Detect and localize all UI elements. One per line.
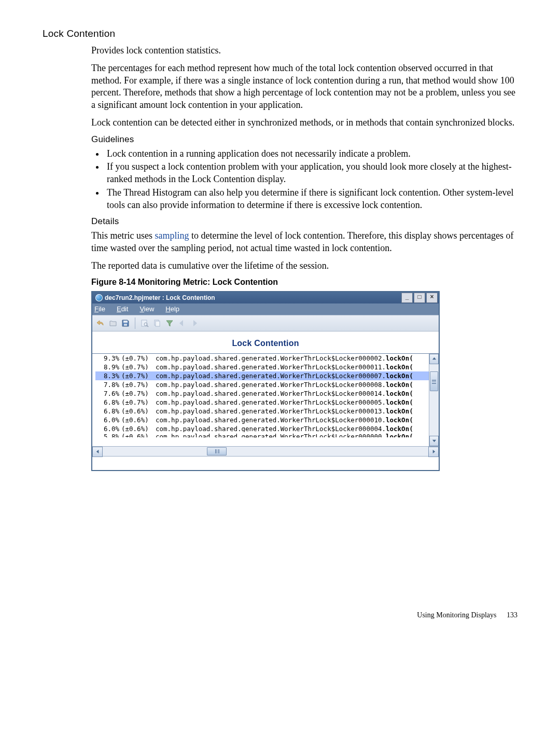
- list-row[interactable]: 6.0%(±0.6%)com.hp.payload.shared.generat…: [95, 416, 429, 424]
- sampling-link[interactable]: sampling: [155, 230, 189, 241]
- scroll-thumb[interactable]: [207, 447, 227, 455]
- row-method: com.hp.payload.shared.generated.WorkerTh…: [156, 389, 413, 398]
- row-tolerance: (±0.7%): [121, 398, 156, 407]
- para-detection: Lock contention can be detected either i…: [91, 117, 517, 129]
- row-percent: 8.3%: [95, 371, 121, 380]
- toolbar-divider: [135, 317, 135, 329]
- row-tolerance: (±0.6%): [121, 407, 156, 416]
- row-percent: 9.3%: [95, 354, 121, 363]
- guidelines-list: Lock contention in a running application…: [91, 148, 517, 212]
- row-percent: 6.0%: [95, 416, 121, 424]
- forward-icon[interactable]: [189, 318, 200, 328]
- window-title: dec7run2.hpjmeter : Lock Contention: [105, 294, 400, 301]
- row-method: com.hp.payload.shared.generated.WorkerTh…: [156, 432, 413, 437]
- row-percent: 6.8%: [95, 398, 121, 407]
- list-row[interactable]: 8.9%(±0.7%)com.hp.payload.shared.generat…: [95, 363, 429, 371]
- list-row[interactable]: 7.8%(±0.7%)com.hp.payload.shared.generat…: [95, 380, 429, 389]
- close-button[interactable]: ×: [426, 293, 438, 303]
- menu-edit[interactable]: Edit: [117, 305, 128, 313]
- scroll-right-button[interactable]: [428, 447, 439, 457]
- row-percent: 8.9%: [95, 363, 121, 371]
- copy-icon[interactable]: [152, 318, 162, 328]
- list-row[interactable]: 7.6%(±0.7%)com.hp.payload.shared.generat…: [95, 389, 429, 398]
- list-row[interactable]: 8.3%(±0.7%)com.hp.payload.shared.generat…: [95, 371, 429, 380]
- details-para-1: This metric uses sampling to determine t…: [91, 230, 517, 255]
- panel-title: Lock Contention: [92, 331, 439, 353]
- scroll-down-button[interactable]: [429, 436, 439, 446]
- menu-help[interactable]: Help: [165, 305, 179, 313]
- guidelines-heading: Guidelines: [91, 134, 517, 145]
- undo-icon[interactable]: [95, 318, 106, 328]
- row-tolerance: (±0.6%): [121, 416, 156, 424]
- back-icon[interactable]: [177, 318, 187, 328]
- list-row[interactable]: 5.8%(±0.6%)com.hp.payload.shared.generat…: [95, 432, 429, 437]
- row-percent: 5.8%: [95, 432, 121, 437]
- svg-rect-6: [156, 321, 160, 326]
- list: 9.3%(±0.7%)com.hp.payload.shared.generat…: [92, 354, 429, 438]
- scroll-thumb[interactable]: [430, 371, 438, 391]
- row-tolerance: (±0.7%): [121, 354, 156, 363]
- svg-line-4: [147, 325, 148, 327]
- row-percent: 7.6%: [95, 389, 121, 398]
- row-method: com.hp.payload.shared.generated.WorkerTh…: [156, 398, 413, 407]
- row-tolerance: (±0.7%): [121, 380, 156, 389]
- row-tolerance: (±0.7%): [121, 363, 156, 371]
- save-icon[interactable]: [120, 318, 131, 328]
- section-heading: Lock Contention: [43, 28, 517, 39]
- row-method: com.hp.payload.shared.generated.WorkerTh…: [156, 354, 413, 363]
- titlebar[interactable]: dec7run2.hpjmeter : Lock Contention _ □ …: [92, 292, 439, 303]
- page-footer: Using Monitoring Displays 133: [43, 611, 517, 619]
- row-tolerance: (±0.7%): [121, 371, 156, 380]
- guideline-item: The Thread Histogram can also help you d…: [105, 187, 517, 212]
- horizontal-scrollbar[interactable]: [92, 446, 439, 456]
- filter-icon[interactable]: [164, 318, 175, 328]
- list-row[interactable]: 6.8%(±0.6%)com.hp.payload.shared.generat…: [95, 407, 429, 416]
- list-viewport: 9.3%(±0.7%)com.hp.payload.shared.generat…: [92, 353, 439, 446]
- menu-view[interactable]: View: [139, 305, 154, 313]
- details-para-2: The reported data is cumulative over the…: [91, 260, 517, 272]
- page-number: 133: [507, 611, 517, 619]
- scroll-track[interactable]: [103, 447, 428, 456]
- vertical-scrollbar[interactable]: [429, 354, 439, 446]
- para-percentages: The percentages for each method represen…: [91, 62, 517, 112]
- app-window: dec7run2.hpjmeter : Lock Contention _ □ …: [91, 291, 440, 471]
- figure-caption: Figure 8-14 Monitoring Metric: Lock Cont…: [91, 278, 517, 287]
- find-icon[interactable]: [139, 318, 150, 328]
- row-tolerance: (±0.6%): [121, 432, 156, 437]
- menubar: File Edit View Help: [92, 303, 439, 315]
- svg-rect-0: [123, 321, 128, 323]
- toolbar: [92, 315, 439, 331]
- row-method: com.hp.payload.shared.generated.WorkerTh…: [156, 416, 413, 424]
- status-bar: [92, 456, 439, 470]
- menu-file[interactable]: File: [94, 305, 105, 313]
- row-method: com.hp.payload.shared.generated.WorkerTh…: [156, 380, 413, 389]
- row-method: com.hp.payload.shared.generated.WorkerTh…: [156, 371, 413, 380]
- svg-rect-2: [142, 320, 147, 326]
- minimize-button[interactable]: _: [401, 293, 413, 303]
- body-text: Provides lock contention statistics. The…: [91, 45, 517, 471]
- para-summary: Provides lock contention statistics.: [91, 45, 517, 57]
- row-method: com.hp.payload.shared.generated.WorkerTh…: [156, 363, 413, 371]
- footer-section: Using Monitoring Displays: [417, 611, 496, 619]
- details-heading: Details: [91, 216, 517, 227]
- list-row[interactable]: 9.3%(±0.7%)com.hp.payload.shared.generat…: [95, 354, 429, 363]
- row-method: com.hp.payload.shared.generated.WorkerTh…: [156, 407, 413, 416]
- svg-rect-1: [124, 324, 127, 326]
- content-area: Lock Contention 9.3%(±0.7%)com.hp.payloa…: [92, 331, 439, 470]
- row-percent: 7.8%: [95, 380, 121, 389]
- scroll-left-button[interactable]: [92, 447, 103, 457]
- guideline-item: If you suspect a lock contention problem…: [105, 161, 517, 186]
- maximize-button[interactable]: □: [414, 293, 425, 303]
- row-tolerance: (±0.7%): [121, 389, 156, 398]
- row-percent: 6.8%: [95, 407, 121, 416]
- guideline-item: Lock contention in a running application…: [105, 148, 517, 160]
- list-row[interactable]: 6.8%(±0.7%)com.hp.payload.shared.generat…: [95, 398, 429, 407]
- app-icon: [95, 294, 103, 301]
- open-icon[interactable]: [108, 318, 118, 328]
- scroll-track[interactable]: [429, 364, 439, 436]
- scroll-up-button[interactable]: [429, 354, 439, 364]
